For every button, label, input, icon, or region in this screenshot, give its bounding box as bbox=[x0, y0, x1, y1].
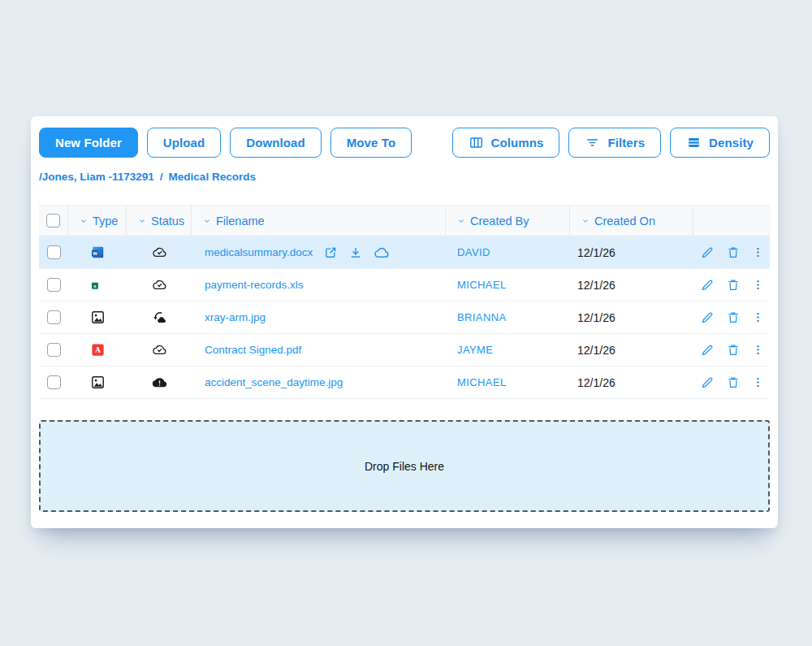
row-checkbox[interactable] bbox=[47, 375, 61, 389]
row-actions-cell bbox=[693, 310, 770, 325]
filters-button[interactable]: Filters bbox=[568, 128, 661, 158]
upload-button[interactable]: Upload bbox=[147, 128, 221, 158]
more-kebab-icon[interactable] bbox=[752, 245, 764, 259]
row-checkbox[interactable] bbox=[47, 278, 61, 292]
more-kebab-icon[interactable] bbox=[752, 343, 764, 357]
word-file-icon: W bbox=[90, 245, 106, 260]
sort-caret-icon bbox=[203, 217, 211, 225]
select-all-checkbox[interactable] bbox=[46, 214, 60, 228]
created-on-value: 12/1/26 bbox=[577, 344, 615, 357]
cloud-alert-icon bbox=[152, 375, 167, 390]
filename-link[interactable]: medicalsummary.docx bbox=[205, 246, 313, 258]
file-manager-panel: New Folder Upload Download Move To Colum… bbox=[31, 116, 778, 528]
row-checkbox-cell bbox=[39, 310, 68, 324]
header-created-by-label: Created By bbox=[470, 215, 529, 228]
more-kebab-icon[interactable] bbox=[752, 278, 764, 292]
pdf-file-icon: A bbox=[90, 342, 106, 358]
delete-trash-icon[interactable] bbox=[726, 375, 741, 390]
edit-pencil-icon[interactable] bbox=[700, 310, 715, 325]
filename-link[interactable]: Contract Signed.pdf bbox=[205, 344, 301, 356]
row-created-on-cell: 12/1/26 bbox=[570, 311, 693, 324]
cloud-icon[interactable] bbox=[374, 245, 390, 261]
dropzone-label: Drop Files Here bbox=[365, 460, 444, 473]
breadcrumb-parent-link[interactable]: /Jones, Liam -1173291 bbox=[39, 171, 154, 183]
header-filename[interactable]: Filename bbox=[192, 206, 446, 236]
density-button-label: Density bbox=[709, 136, 754, 150]
toolbar-left-group: New Folder Upload Download Move To bbox=[39, 128, 412, 158]
edit-pencil-icon[interactable] bbox=[700, 278, 715, 293]
more-kebab-icon[interactable] bbox=[752, 375, 764, 389]
columns-button[interactable]: Columns bbox=[452, 128, 560, 158]
open-external-icon[interactable] bbox=[323, 245, 338, 260]
row-created-on-cell: 12/1/26 bbox=[570, 279, 693, 292]
sort-caret-icon bbox=[80, 217, 88, 225]
table-header-row: Type Status Filename Created By Created … bbox=[39, 205, 770, 236]
row-actions-cell bbox=[693, 343, 770, 358]
row-checkbox[interactable] bbox=[47, 245, 61, 259]
toolbar-right-group: Columns Filters Density bbox=[452, 128, 770, 158]
filename-link[interactable]: payment-records.xls bbox=[205, 279, 304, 291]
row-created-on-cell: 12/1/26 bbox=[570, 376, 693, 389]
delete-trash-icon[interactable] bbox=[726, 278, 741, 293]
new-folder-button[interactable]: New Folder bbox=[39, 128, 138, 158]
created-on-value: 12/1/26 bbox=[577, 311, 615, 324]
delete-trash-icon[interactable] bbox=[726, 245, 741, 260]
created-by-link[interactable]: DAVID bbox=[457, 246, 490, 258]
sort-caret-icon bbox=[581, 217, 590, 225]
cloud-done-icon bbox=[152, 245, 167, 260]
row-created-by-cell: DAVID bbox=[446, 246, 570, 258]
header-type[interactable]: Type bbox=[68, 206, 127, 236]
row-status-cell bbox=[127, 375, 192, 390]
view-columns-icon bbox=[469, 135, 484, 150]
delete-trash-icon[interactable] bbox=[726, 310, 741, 325]
density-button[interactable]: Density bbox=[670, 128, 770, 158]
header-type-label: Type bbox=[93, 215, 118, 228]
row-actions-cell bbox=[693, 245, 770, 260]
created-on-value: 12/1/26 bbox=[577, 246, 615, 259]
filter-lines-icon bbox=[585, 135, 600, 150]
breadcrumb-current-folder[interactable]: Medical Records bbox=[169, 171, 256, 183]
row-filename-cell: xray-arm.jpg bbox=[192, 311, 446, 323]
cloud-sync-icon bbox=[152, 310, 167, 325]
cloud-done-icon bbox=[152, 342, 167, 358]
row-status-cell bbox=[127, 310, 192, 325]
row-type-cell: W x A bbox=[68, 245, 127, 260]
delete-trash-icon[interactable] bbox=[726, 343, 741, 358]
image-file-icon bbox=[90, 310, 106, 325]
svg-text:W: W bbox=[93, 251, 97, 256]
table-row: W x A xray-arm.jpg bbox=[39, 301, 770, 334]
filename-link[interactable]: xray-arm.jpg bbox=[205, 311, 266, 323]
header-created-on[interactable]: Created On bbox=[570, 206, 693, 236]
edit-pencil-icon[interactable] bbox=[700, 375, 715, 390]
breadcrumb-separator: / bbox=[160, 171, 163, 183]
created-by-link[interactable]: JAYME bbox=[457, 344, 493, 356]
more-kebab-icon[interactable] bbox=[752, 310, 764, 324]
toolbar: New Folder Upload Download Move To Colum… bbox=[39, 128, 770, 158]
filename-action-icons bbox=[323, 245, 390, 261]
row-filename-cell: accident_scene_daytime.jpg bbox=[192, 376, 446, 388]
edit-pencil-icon[interactable] bbox=[700, 343, 715, 358]
download-button[interactable]: Download bbox=[230, 128, 321, 158]
download-file-icon[interactable] bbox=[348, 245, 363, 260]
edit-pencil-icon[interactable] bbox=[700, 245, 715, 260]
row-status-cell bbox=[127, 245, 192, 260]
filename-link[interactable]: accident_scene_daytime.jpg bbox=[205, 376, 343, 388]
row-checkbox[interactable] bbox=[47, 310, 61, 324]
row-type-cell: W x A bbox=[68, 375, 127, 390]
columns-button-label: Columns bbox=[491, 136, 544, 150]
row-filename-cell: payment-records.xls bbox=[192, 279, 446, 291]
table-row: W x A Contract Signed.pdf bbox=[39, 334, 770, 366]
file-dropzone[interactable]: Drop Files Here bbox=[39, 420, 770, 512]
created-by-link[interactable]: MICHAEL bbox=[457, 376, 507, 388]
header-status[interactable]: Status bbox=[127, 206, 192, 236]
created-by-link[interactable]: MICHAEL bbox=[457, 279, 507, 291]
row-checkbox-cell bbox=[39, 245, 68, 259]
move-to-button[interactable]: Move To bbox=[330, 128, 412, 158]
header-actions bbox=[693, 206, 770, 236]
row-actions-cell bbox=[693, 375, 770, 390]
row-filename-cell: Contract Signed.pdf bbox=[192, 344, 446, 356]
row-status-cell bbox=[127, 277, 192, 293]
row-checkbox[interactable] bbox=[47, 343, 61, 357]
created-by-link[interactable]: BRIANNA bbox=[457, 311, 507, 323]
header-created-by[interactable]: Created By bbox=[446, 206, 570, 236]
